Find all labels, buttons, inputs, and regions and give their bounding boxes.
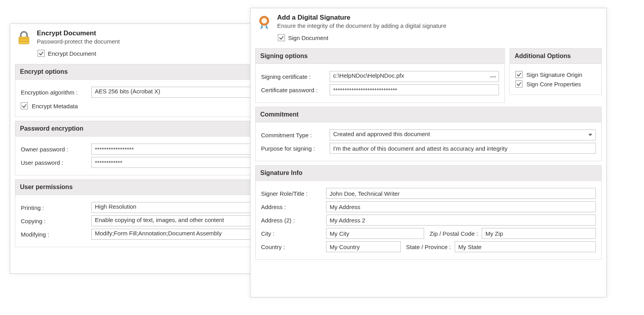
lock-icon — [16, 29, 32, 46]
encryption-algorithm-value: AES 256 bits (Acrobat X) — [95, 88, 160, 95]
sign-title: Add a Digital Signature — [277, 14, 446, 22]
state-input[interactable] — [455, 241, 596, 252]
signer-role-label: Signer Role/Title : — [261, 190, 322, 197]
zip-input[interactable] — [482, 228, 596, 239]
svg-rect-2 — [19, 41, 29, 42]
svg-rect-0 — [19, 37, 29, 44]
sign-document-checkbox-label: Sign Document — [288, 35, 328, 41]
purpose-for-signing-label: Purpose for signing : — [261, 145, 326, 152]
address2-label: Address (2) : — [261, 217, 322, 224]
modifying-label: Modifying : — [21, 231, 87, 238]
address-label: Address : — [261, 204, 322, 210]
user-password-label: User password : — [21, 159, 87, 166]
commitment-type-value: Created and approved this document — [333, 131, 430, 137]
sign-document-checkbox[interactable] — [278, 34, 285, 41]
commitment-section: Commitment Commitment Type : Created and… — [255, 107, 602, 161]
digital-signature-panel: Add a Digital Signature Ensure the integ… — [250, 8, 607, 297]
certificate-password-input[interactable] — [330, 84, 499, 95]
encrypt-metadata-checkbox[interactable] — [21, 102, 28, 109]
additional-options-heading: Additional Options — [510, 49, 601, 64]
printing-label: Printing : — [21, 204, 87, 211]
encrypt-metadata-label: Encrypt Metadata — [32, 103, 78, 109]
signing-options-heading: Signing options — [256, 49, 504, 64]
copying-value: Enable copying of text, images, and othe… — [95, 217, 224, 223]
signing-certificate-label: Signing certificate : — [261, 73, 326, 80]
sign-subtitle: Ensure the integrity of the document by … — [277, 22, 446, 29]
signing-certificate-input[interactable]: c:\HelpNDoc\HelpNDoc.pfx ··· — [330, 71, 499, 82]
sign-signature-origin-label: Sign Signature Origin — [526, 71, 582, 78]
encrypt-subtitle: Password-protect the document — [37, 38, 120, 45]
owner-password-label: Owner password : — [21, 146, 87, 153]
ribbon-seal-icon — [256, 14, 272, 30]
sign-header: Add a Digital Signature Ensure the integ… — [250, 8, 606, 33]
additional-options-section: Additional Options Sign Signature Origin… — [510, 48, 602, 95]
commitment-type-select[interactable]: Created and approved this document — [330, 129, 596, 140]
sign-core-properties-checkbox[interactable] — [515, 80, 522, 87]
sign-core-properties-label: Sign Core Properties — [526, 81, 581, 87]
encrypt-title: Encrypt Document — [37, 29, 120, 37]
country-input[interactable] — [326, 241, 401, 252]
state-label: State / Province : — [406, 244, 451, 250]
encrypt-document-checkbox-label: Encrypt Document — [48, 50, 96, 57]
signer-role-input[interactable] — [326, 188, 596, 199]
encrypt-document-checkbox[interactable] — [38, 50, 45, 57]
signature-info-section: Signature Info Signer Role/Title : Addre… — [255, 165, 602, 260]
browse-icon[interactable]: ··· — [490, 73, 496, 80]
signing-options-section: Signing options Signing certificate : c:… — [255, 48, 505, 103]
commitment-type-label: Commitment Type : — [261, 132, 326, 138]
signing-certificate-value: c:\HelpNDoc\HelpNDoc.pfx — [333, 72, 404, 79]
printing-value: High Resolution — [95, 203, 136, 210]
sign-signature-origin-checkbox[interactable] — [515, 71, 522, 78]
city-input[interactable] — [326, 228, 424, 239]
commitment-heading: Commitment — [256, 107, 601, 122]
svg-point-4 — [261, 18, 267, 24]
encryption-algorithm-label: Encryption algorithm : — [21, 89, 87, 96]
modifying-value: Modify;Form Fill;Annotation;Document Ass… — [95, 230, 221, 237]
city-label: City : — [261, 230, 322, 237]
address-input[interactable] — [326, 201, 596, 212]
copying-label: Copying : — [21, 218, 87, 224]
country-label: Country : — [261, 244, 322, 250]
purpose-for-signing-input[interactable] — [330, 143, 596, 154]
signature-info-heading: Signature Info — [256, 166, 601, 181]
svg-rect-1 — [19, 38, 29, 39]
zip-label: Zip / Postal Code : — [430, 230, 478, 237]
certificate-password-label: Certificate password : — [261, 87, 326, 93]
address2-input[interactable] — [326, 215, 596, 226]
